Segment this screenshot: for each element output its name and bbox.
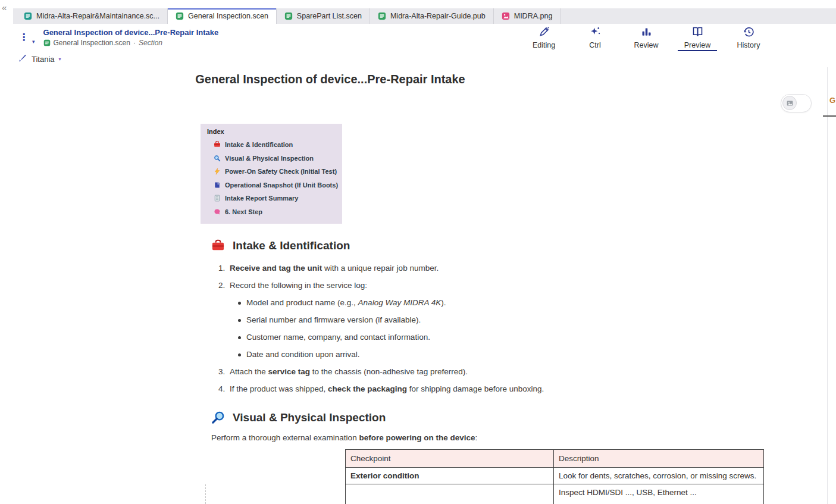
tool-label: Review xyxy=(634,41,659,49)
list-number: 2. xyxy=(218,280,226,292)
pen-icon xyxy=(538,26,550,40)
list-text: If the product was shipped, check the pa… xyxy=(230,384,544,395)
index-item-label: Visual & Physical Inspection xyxy=(225,155,314,162)
scen-file-icon xyxy=(284,12,293,20)
index-item-visual[interactable]: Visual & Physical Inspection xyxy=(207,152,342,165)
photo-icon xyxy=(782,96,797,110)
image-file-icon xyxy=(502,12,510,20)
preview-toggle[interactable] xyxy=(781,94,812,112)
bar-chart-icon xyxy=(640,26,653,40)
list-number: 1. xyxy=(218,263,226,274)
index-item-label: 6. Next Step xyxy=(225,208,262,215)
checkpoint-cell: Exterior condition xyxy=(346,468,554,484)
index-box: Index Intake & Identification Visual & P… xyxy=(201,124,342,224)
document-subtitle: General Inspection.scen · Section xyxy=(43,39,219,47)
page-title: General Inspection of device...Pre-Repai… xyxy=(12,73,649,86)
history-clock-icon xyxy=(743,26,755,40)
mode-toolbar: Editing Ctrl Review Preview History xyxy=(528,24,765,51)
list-text: Attach the service tag to the chassis (n… xyxy=(230,367,468,378)
index-item-operational[interactable]: Operational Snapshot (If Unit Boots) xyxy=(207,179,342,192)
tool-review[interactable]: Review xyxy=(630,24,662,51)
scen-file-icon xyxy=(176,12,184,20)
item-kind: Section xyxy=(139,39,162,47)
pub-file-icon xyxy=(378,12,386,20)
app-window: « Midra-Alta-Repair&Maintainance.sc... G… xyxy=(0,0,836,504)
bullet-dot xyxy=(238,302,241,305)
tool-label: Editing xyxy=(533,41,555,49)
bullet-text: Customer name, company, and contact info… xyxy=(246,332,430,343)
bullet-item: Customer name, company, and contact info… xyxy=(238,332,766,343)
right-panel-collapsed[interactable]: G xyxy=(827,67,836,504)
tool-label: Ctrl xyxy=(589,41,600,49)
list-item: 4. If the product was shipped, check the… xyxy=(218,384,766,395)
collapse-panel-icon[interactable]: « xyxy=(2,2,7,12)
column-guide-line xyxy=(205,484,206,504)
tab-midra-alta-repair-guide[interactable]: Midra-Alta-Repair-Guide.pub xyxy=(370,8,494,24)
book-icon xyxy=(691,26,704,40)
column-header: Description xyxy=(554,450,764,468)
section-heading: Visual & Physical Inspection xyxy=(211,411,766,424)
chevron-down-icon: ▾ xyxy=(59,57,61,62)
tab-general-inspection[interactable]: General Inspection.scen xyxy=(168,8,277,24)
index-item-power-on[interactable]: Power-On Safety Check (Initial Test) xyxy=(207,165,342,179)
overflow-menu-icon[interactable]: ⋮ xyxy=(19,33,29,42)
speech-balloon-icon xyxy=(214,208,221,215)
skin-selector[interactable]: Titania ▾ xyxy=(0,51,836,68)
book-icon xyxy=(214,181,221,189)
tab-midra-png[interactable]: MIDRA.png xyxy=(494,8,561,24)
checkpoint-cell xyxy=(346,484,554,504)
list-text: Receive and tag the unit with a unique r… xyxy=(230,263,439,274)
tab-label: MIDRA.png xyxy=(514,12,553,20)
tool-ctrl[interactable]: Ctrl xyxy=(579,24,611,51)
list-text: Record the following in the service log: xyxy=(230,280,367,292)
numbered-list: 1. Receive and tag the unit with a uniqu… xyxy=(218,263,766,395)
tab-label: Midra-Alta-Repair-Guide.pub xyxy=(390,12,486,20)
table-row: Inspect HDMI/SDI ..., USB, Ethernet ... xyxy=(346,484,764,504)
list-number: 4. xyxy=(218,384,226,395)
lightning-icon xyxy=(214,168,221,175)
description-cell: Look for dents, scratches, corrosion, or… xyxy=(554,468,764,484)
column-header: Checkpoint xyxy=(346,450,554,468)
section-heading-text: Visual & Physical Inspection xyxy=(233,411,386,424)
section-heading: Intake & Identification xyxy=(211,239,766,252)
brush-icon xyxy=(18,54,27,65)
tool-editing[interactable]: Editing xyxy=(528,24,560,51)
magnifier-icon xyxy=(214,155,221,162)
section-intake-identification: Intake & Identification 1. Receive and t… xyxy=(201,239,766,401)
index-item-report[interactable]: Intake Report Summary xyxy=(207,192,342,205)
bullet-item: Date and condition upon arrival. xyxy=(238,349,766,361)
bullet-item: Serial number and firmware version (if a… xyxy=(238,315,766,326)
bullet-dot xyxy=(238,353,241,356)
report-icon xyxy=(214,195,221,202)
tool-history[interactable]: History xyxy=(732,24,765,51)
tab-label: SparePart List.scen xyxy=(297,12,362,20)
list-item: 1. Receive and tag the unit with a uniqu… xyxy=(218,263,766,274)
tab-sparepart-list[interactable]: SparePart List.scen xyxy=(277,8,370,24)
guide-tab-fragment: G xyxy=(829,96,835,105)
tab-strip: Midra-Alta-Repair&Maintainance.sc... Gen… xyxy=(13,8,836,24)
bullet-dot xyxy=(238,336,241,339)
list-item: 2. Record the following in the service l… xyxy=(218,280,766,292)
document-title: General Inspection of device...Pre-Repai… xyxy=(43,28,219,37)
index-item-label: Power-On Safety Check (Initial Test) xyxy=(225,168,337,175)
skin-name: Titania xyxy=(32,55,55,64)
section-intro: Perform a thorough external examination … xyxy=(211,432,766,443)
index-item-label: Operational Snapshot (If Unit Boots) xyxy=(225,181,338,189)
index-item-label: Intake & Identification xyxy=(225,141,293,148)
bullet-item: Model and product name (e.g., Analog Way… xyxy=(238,298,766,309)
list-item: 3. Attach the service tag to the chassis… xyxy=(218,367,766,378)
table-row: Exterior condition Look for dents, scrat… xyxy=(346,468,764,484)
tool-label: Preview xyxy=(684,41,710,49)
sparkle-icon xyxy=(589,26,602,40)
bullet-text: Model and product name (e.g., Analog Way… xyxy=(246,298,446,309)
title-block: General Inspection of device...Pre-Repai… xyxy=(43,28,219,47)
table-header-row: Checkpoint Description xyxy=(346,450,764,468)
index-item-intake[interactable]: Intake & Identification xyxy=(207,138,342,152)
file-name: General Inspection.scen xyxy=(54,39,130,47)
tool-preview[interactable]: Preview xyxy=(681,24,713,51)
document-header: ⋮ ▾ General Inspection of device...Pre-R… xyxy=(0,24,836,52)
chevron-down-icon[interactable]: ▾ xyxy=(32,39,35,45)
magnifier-icon xyxy=(211,411,225,424)
index-item-next-step[interactable]: 6. Next Step xyxy=(207,205,342,219)
tab-midra-alta-repair-maintainance[interactable]: Midra-Alta-Repair&Maintainance.sc... xyxy=(16,8,168,24)
